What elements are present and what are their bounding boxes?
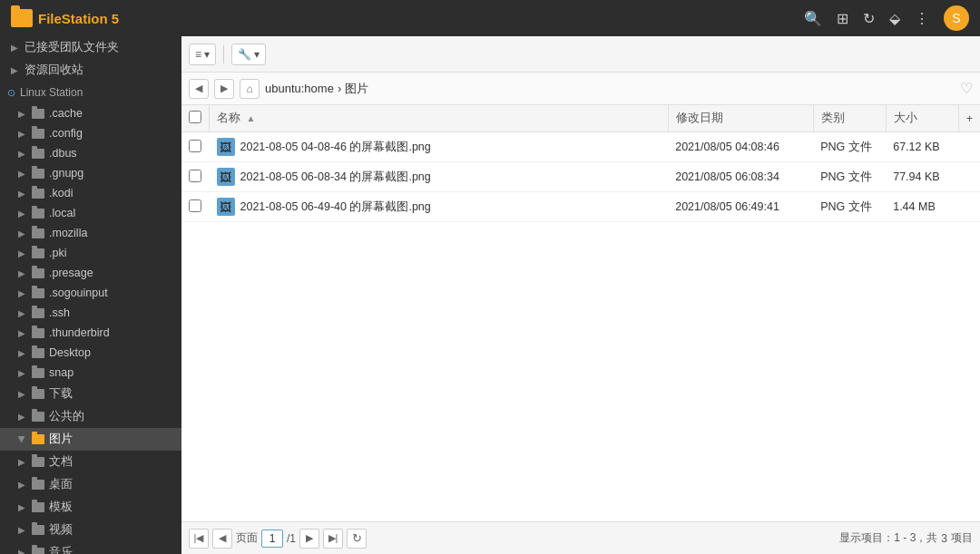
sidebar-tree-arrow xyxy=(18,368,29,378)
sidebar-item-label: .thunderbird xyxy=(49,326,110,339)
sidebar-tree-arrow xyxy=(18,248,29,258)
sidebar-item-sogouinput[interactable]: .sogouinput xyxy=(0,283,181,303)
header-actions: 🔍 ⊞ ↻ ⬙ ⋮ S xyxy=(804,5,969,31)
more-menu-button[interactable]: ⋮ xyxy=(915,10,929,27)
file-more xyxy=(958,162,980,192)
sidebar-item-public[interactable]: 公共的 xyxy=(0,405,181,428)
folder-icon xyxy=(32,248,44,258)
last-page-button[interactable]: ▶| xyxy=(323,529,343,549)
sidebar-item-mozilla[interactable]: .mozilla xyxy=(0,223,181,243)
sidebar-item-label: .config xyxy=(49,127,83,140)
row-checkbox[interactable] xyxy=(189,170,201,182)
view-mode-button[interactable]: ≡ ▾ xyxy=(189,44,216,65)
folder-icon xyxy=(32,368,44,378)
sidebar-tree-arrow xyxy=(18,548,29,554)
file-size: 77.94 KB xyxy=(886,162,958,192)
sidebar-item-label: Desktop xyxy=(49,346,91,359)
file-more xyxy=(958,192,980,222)
back-button[interactable]: ◀ xyxy=(189,79,209,99)
sidebar-item-ssh[interactable]: .ssh xyxy=(0,303,181,323)
header-add-col[interactable]: + xyxy=(958,105,980,132)
sidebar-item-label: .kodi xyxy=(49,187,73,199)
sidebar-item-dbus[interactable]: .dbus xyxy=(0,143,181,163)
forward-button[interactable]: ▶ xyxy=(214,79,234,99)
folder-icon xyxy=(32,548,44,554)
sidebar-item-gnupg[interactable]: .gnupg xyxy=(0,163,181,183)
view-dropdown-arrow: ▾ xyxy=(204,48,210,61)
breadcrumb-root[interactable]: ubuntu:home xyxy=(265,82,334,95)
sidebar-tree-arrow xyxy=(18,434,29,444)
sidebar-item-label: 桌面 xyxy=(49,477,73,492)
select-all-checkbox[interactable] xyxy=(189,111,201,123)
sidebar-item-documents[interactable]: 文档 xyxy=(0,451,181,473)
table-row[interactable]: 2021-08-05 06-49-40 的屏幕截图.png 2021/08/05… xyxy=(181,192,980,222)
sidebar-item-label: 资源回收站 xyxy=(24,63,83,78)
sidebar-item-recycle[interactable]: 资源回收站 xyxy=(0,59,181,82)
content-area: ≡ ▾ 🔧 ▾ ◀ ▶ ⌂ ubuntu:home › 图片 xyxy=(181,36,980,554)
sidebar-item-thunderbird[interactable]: .thunderbird xyxy=(0,323,181,343)
sidebar-item-cache[interactable]: .cache xyxy=(0,103,181,123)
favorite-button[interactable]: ♡ xyxy=(960,80,973,97)
sidebar-item-snap[interactable]: snap xyxy=(0,363,181,383)
sidebar-item-desktop2[interactable]: 桌面 xyxy=(0,473,181,496)
sidebar-item-label: 视频 xyxy=(49,522,73,538)
sidebar-item-team-receive[interactable]: 已接受团队文件夹 xyxy=(0,36,181,59)
sidebar-linux-station[interactable]: ⊙ Linux Station xyxy=(0,82,181,103)
col-date-label: 修改日期 xyxy=(676,112,723,124)
globe-icon: ⊙ xyxy=(7,87,15,99)
sidebar-tree-arrow xyxy=(18,502,29,512)
sidebar-item-music[interactable]: 音乐 xyxy=(0,541,181,554)
sidebar-item-kodi[interactable]: .kodi xyxy=(0,183,181,203)
sync-button[interactable]: ↻ xyxy=(863,10,875,27)
folder-icon xyxy=(32,480,44,490)
app-version: 5 xyxy=(108,11,120,26)
prev-page-button[interactable]: ◀ xyxy=(212,529,232,549)
header-date-col[interactable]: 修改日期 xyxy=(668,105,813,132)
home-button[interactable]: ⌂ xyxy=(240,79,260,99)
header-name-col[interactable]: 名称 ▲ xyxy=(210,105,669,132)
user-avatar[interactable]: S xyxy=(944,5,969,31)
table-row[interactable]: 2021-08-05 06-08-34 的屏幕截图.png 2021/08/05… xyxy=(181,162,980,192)
header-checkbox-col xyxy=(181,105,210,132)
sidebar-tree-arrow xyxy=(18,209,29,219)
sidebar-item-label: .cache xyxy=(49,107,83,120)
row-checkbox[interactable] xyxy=(189,140,201,152)
sidebar-tree-arrow xyxy=(18,268,29,278)
folder-icon xyxy=(32,434,44,444)
folder-icon xyxy=(32,457,44,467)
col-type-label: 类别 xyxy=(821,112,845,124)
sidebar-item-presage[interactable]: .presage xyxy=(0,263,181,283)
sidebar-tree-arrow xyxy=(18,288,29,298)
tools-dropdown-arrow: ▾ xyxy=(254,48,260,61)
folder-icon xyxy=(32,209,44,219)
tools-button[interactable]: 🔧 ▾ xyxy=(231,44,266,65)
sidebar-item-videos[interactable]: 视频 xyxy=(0,519,181,541)
sidebar-item-downloads[interactable]: 下载 xyxy=(0,383,181,405)
breadcrumb-separator: › xyxy=(338,82,341,95)
table-row[interactable]: 2021-08-05 04-08-46 的屏幕截图.png 2021/08/05… xyxy=(181,132,980,162)
filter-button[interactable]: ⬙ xyxy=(889,10,900,27)
header-type-col[interactable]: 类别 xyxy=(813,105,886,132)
sidebar-item-label: snap xyxy=(49,366,74,379)
refresh-button[interactable]: ↻ xyxy=(347,529,367,549)
search-button[interactable]: 🔍 xyxy=(804,10,822,27)
app-logo: FileStation 5 xyxy=(11,9,119,27)
first-page-button[interactable]: |◀ xyxy=(189,529,209,549)
sidebar-item-pictures[interactable]: 图片 xyxy=(0,428,181,451)
sidebar-item-local[interactable]: .local xyxy=(0,203,181,223)
page-number[interactable]: 1 xyxy=(261,530,283,548)
add-col-icon: + xyxy=(966,112,973,125)
sidebar-item-pki[interactable]: .pki xyxy=(0,243,181,263)
sidebar-item-config[interactable]: .config xyxy=(0,123,181,143)
file-thumbnail xyxy=(217,168,235,186)
folder-icon xyxy=(32,288,44,298)
header-size-col[interactable]: 大小 xyxy=(886,105,958,132)
slideshow-button[interactable]: ⊞ xyxy=(837,10,848,27)
row-checkbox[interactable] xyxy=(189,199,201,212)
breadcrumb: ◀ ▶ ⌂ ubuntu:home › 图片 ♡ xyxy=(181,73,980,105)
next-page-button[interactable]: ▶ xyxy=(299,529,319,549)
sidebar-tree-arrow xyxy=(18,169,29,179)
sidebar-item-templates[interactable]: 模板 xyxy=(0,496,181,519)
folder-icon xyxy=(32,169,44,179)
sidebar-item-desktop[interactable]: Desktop xyxy=(0,343,181,363)
